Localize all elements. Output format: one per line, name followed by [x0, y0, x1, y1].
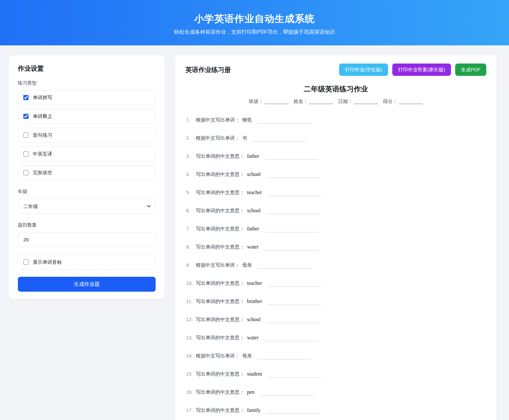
exercise-type-option-word-spelling[interactable]: 单词拼写	[18, 90, 156, 105]
question-prompt: 写出单词的中文意思：	[196, 371, 244, 377]
answer-blank-line	[266, 173, 320, 178]
question-number: 10.	[186, 280, 196, 287]
exercise-type-option-sentence-making[interactable]: 造句练习	[18, 128, 156, 143]
question-item: 8.写出单词的中文意思：water	[186, 243, 486, 251]
question-term: student	[247, 371, 262, 377]
app-title: 小学英语作业自动生成系统	[0, 0, 509, 26]
answer-blank-line	[260, 391, 314, 396]
question-term: teacher	[247, 190, 262, 195]
question-count-input[interactable]	[18, 232, 156, 247]
question-term: water	[247, 335, 259, 340]
main-layout: 作业设置 练习类型 单词拼写 单词释义 造句练习 中英互译 完形填空 年级 二年…	[0, 45, 509, 420]
answer-blank-line	[266, 319, 320, 323]
grade-select[interactable]: 二年级	[18, 199, 156, 214]
question-item: 10.写出单词的中文意思：teacher	[186, 280, 486, 287]
meta-class-label: 班级：	[249, 99, 263, 104]
word-meaning-checkbox[interactable]	[23, 114, 29, 119]
question-prompt: 写出单词的中文意思：	[196, 298, 244, 304]
question-term: 钢笔	[242, 117, 252, 122]
app-header: 小学英语作业自动生成系统 轻松生成各种英语作业，支持打印和PDF导出，帮助孩子巩…	[0, 0, 509, 45]
meta-score-blank: ________	[399, 99, 423, 104]
question-prompt: 写出单词的中文意思：	[196, 153, 244, 159]
exercise-type-option-translation[interactable]: 中英互译	[18, 146, 156, 161]
question-number: 11.	[186, 298, 196, 305]
exercise-type-label: 练习类型	[18, 80, 156, 86]
question-number: 9.	[186, 262, 196, 269]
settings-title: 作业设置	[18, 64, 156, 73]
answer-blank-line	[266, 409, 320, 414]
generate-pdf-button[interactable]: 生成PDF	[455, 64, 486, 76]
question-prompt: 写出单词的中文意思：	[196, 226, 244, 231]
option-label: 单词释义	[33, 113, 52, 120]
translation-checkbox[interactable]	[23, 151, 29, 157]
question-item: 11.写出单词的中文意思：brother	[186, 298, 486, 305]
generate-homework-button[interactable]: 生成作业题	[18, 277, 156, 292]
answer-blank-line	[265, 337, 318, 341]
workbook-title: 英语作业练习册	[185, 65, 231, 74]
print-student-button[interactable]: 打印作业(学生版)	[339, 64, 388, 76]
meta-name-blank: ________	[309, 99, 334, 104]
exercise-type-option-word-meaning[interactable]: 单词释义	[18, 109, 156, 124]
question-prompt: 写出单词的中文意思：	[196, 317, 244, 322]
sheet-meta: 班级：________ 姓名：________ 日期：________ 得分：_…	[185, 99, 486, 105]
show-phonetic-checkbox[interactable]	[23, 260, 29, 265]
question-prompt: 写出单词的中文意思：	[196, 280, 244, 286]
grade-select-wrap: 二年级	[18, 199, 156, 214]
question-number: 12.	[186, 316, 196, 323]
question-item: 14.根据中文写出单词：母亲	[186, 352, 486, 359]
option-label: 单词拼写	[33, 95, 52, 101]
question-item: 13.写出单词的中文意思：water	[186, 334, 486, 341]
meta-date-blank: ________	[354, 99, 378, 104]
question-term: 书	[242, 135, 247, 141]
grade-label: 年级	[18, 189, 156, 195]
word-spelling-checkbox[interactable]	[23, 95, 29, 100]
cloze-checkbox[interactable]	[23, 170, 29, 175]
workbook-panel: 英语作业练习册 打印作业(学生版) 打印作业答案(家长版) 生成PDF 二年级英…	[175, 55, 497, 420]
question-item: 17.写出单词的中文意思：family	[186, 407, 486, 414]
answer-blank-line	[258, 119, 311, 123]
question-term: school	[247, 208, 261, 213]
answer-blank-line	[268, 282, 321, 287]
question-term: 母亲	[242, 262, 252, 268]
question-prompt: 根据中文写出单词：	[196, 117, 240, 122]
question-number: 17.	[186, 407, 196, 414]
answer-blank-line	[268, 373, 321, 378]
meta-name-label: 姓名：	[293, 99, 308, 104]
print-answers-button[interactable]: 打印作业答案(家长版)	[392, 64, 451, 76]
question-prompt: 写出单词的中文意思：	[196, 208, 244, 213]
question-number: 8.	[186, 243, 196, 251]
question-item: 15.写出单词的中文意思：student	[186, 370, 486, 378]
answer-blank-line	[266, 210, 320, 214]
exercise-type-option-cloze[interactable]: 完形填空	[18, 165, 156, 180]
question-item: 2.根据中文写出单词：书	[186, 134, 486, 142]
answer-blank-line	[253, 137, 306, 142]
answer-blank-line	[268, 192, 321, 196]
show-phonetic-option[interactable]: 显示单词音标	[18, 255, 156, 270]
question-prompt: 写出单词的中文意思：	[196, 335, 244, 340]
question-number: 16.	[186, 389, 196, 396]
option-label: 显示单词音标	[33, 259, 62, 265]
workbook-actions: 打印作业(学生版) 打印作业答案(家长版) 生成PDF	[339, 64, 486, 76]
sentence-making-checkbox[interactable]	[23, 133, 29, 138]
app-subtitle: 轻松生成各种英语作业，支持打印和PDF导出，帮助孩子巩固英语知识	[0, 29, 509, 36]
question-prompt: 写出单词的中文意思：	[196, 407, 244, 413]
option-label: 造句练习	[33, 132, 52, 138]
question-item: 1.根据中文写出单词：钢笔	[186, 116, 486, 123]
answer-blank-line	[268, 300, 321, 305]
question-item: 4.写出单词的中文意思：school	[186, 171, 486, 178]
question-term: family	[247, 407, 261, 413]
question-term: 母亲	[242, 353, 252, 358]
question-term: teacher	[247, 280, 262, 286]
answer-blank-line	[265, 155, 318, 160]
question-prompt: 写出单词的中文意思：	[196, 389, 244, 395]
question-term: school	[247, 317, 261, 322]
question-number: 2.	[186, 134, 196, 142]
question-number: 7.	[186, 225, 196, 232]
workbook-header: 英语作业练习册 打印作业(学生版) 打印作业答案(家长版) 生成PDF	[185, 64, 486, 76]
question-item: 7.写出单词的中文意思：father	[186, 225, 486, 232]
meta-class-blank: ________	[265, 99, 289, 104]
question-term: water	[247, 244, 259, 250]
meta-date-label: 日期：	[338, 99, 353, 104]
question-term: father	[247, 153, 259, 159]
question-prompt: 写出单词的中文意思：	[196, 190, 244, 195]
